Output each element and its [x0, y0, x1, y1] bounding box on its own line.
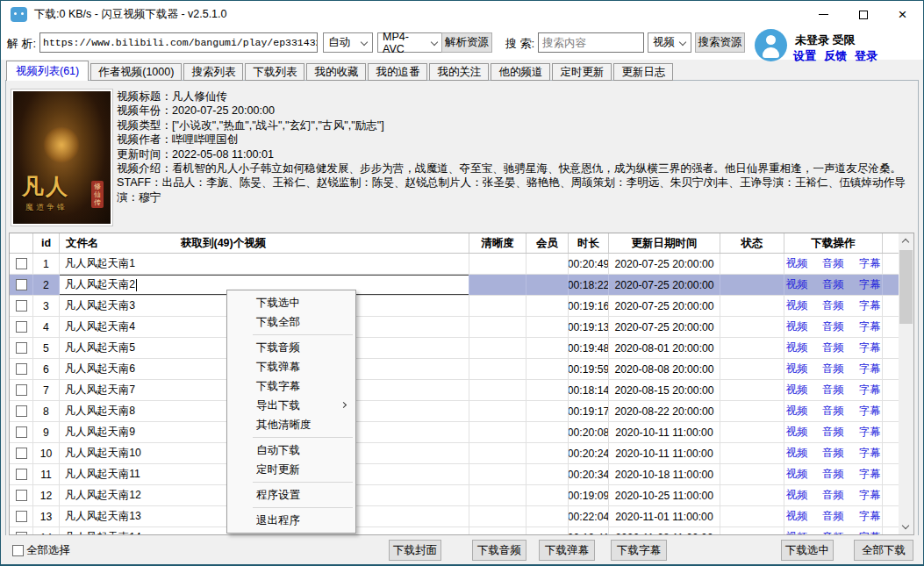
maximize-button[interactable] [843, 0, 883, 29]
download-video-link[interactable]: 视频 [786, 362, 807, 376]
download-cover-button[interactable]: 下载封面 [389, 540, 441, 561]
download-video-link[interactable]: 视频 [786, 446, 807, 461]
download-subtitle-link[interactable]: 字幕 [859, 277, 880, 292]
table-row[interactable]: 7凡人风起天南700:18:142020-08-15 20:00:00视频音频字… [10, 380, 913, 401]
login-link[interactable]: 登录 [855, 48, 877, 64]
download-subtitle-link[interactable]: 字幕 [859, 298, 880, 313]
row-checkbox[interactable] [16, 384, 27, 396]
table-row[interactable]: 5凡人风起天南500:19:482020-08-01 20:00:00视频音频字… [10, 338, 913, 359]
table-row[interactable]: 4凡人风起天南400:19:132020-07-25 20:00:00视频音频字… [10, 317, 913, 338]
tab-我的收藏[interactable]: 我的收藏 [306, 63, 366, 81]
url-input[interactable]: https://www.bilibili.com/bangumi/play/ep… [39, 32, 318, 53]
download-video-link[interactable]: 视频 [786, 467, 807, 482]
download-subtitle-link[interactable]: 字幕 [859, 256, 880, 271]
parse-button[interactable]: 解析资源 [441, 32, 492, 53]
row-checkbox[interactable] [16, 300, 27, 312]
download-subtitle-link[interactable]: 字幕 [859, 488, 880, 503]
download-audio-link[interactable]: 音频 [822, 277, 843, 292]
download-subtitle-link[interactable]: 字幕 [859, 425, 880, 440]
download-subtitle-link[interactable]: 字幕 [859, 404, 880, 419]
download-audio-link[interactable]: 音频 [822, 446, 843, 461]
tab-定时更新[interactable]: 定时更新 [552, 63, 612, 81]
download-video-link[interactable]: 视频 [786, 488, 807, 503]
download-audio-link[interactable]: 音频 [822, 488, 843, 503]
menu-item-下载全部[interactable]: 下载全部 [227, 312, 355, 332]
download-subtitle-button[interactable]: 下载字幕 [611, 540, 667, 561]
download-audio-link[interactable]: 音频 [822, 362, 843, 376]
table-row[interactable]: 8凡人风起天南800:19:172020-08-22 20:00:00视频音频字… [10, 401, 913, 422]
download-subtitle-link[interactable]: 字幕 [859, 509, 880, 524]
scroll-up-button[interactable] [899, 233, 913, 248]
menu-item-退出程序[interactable]: 退出程序 [227, 511, 355, 530]
tab-他的频道[interactable]: 他的频道 [491, 63, 550, 81]
row-checkbox[interactable] [16, 363, 27, 375]
download-selected-button[interactable]: 下载选中 [781, 540, 834, 561]
download-audio-link[interactable]: 音频 [822, 509, 843, 524]
user-avatar-icon[interactable] [755, 29, 787, 61]
table-row[interactable]: 11凡人风起天南1100:20:342020-10-18 11:00:00视频音… [10, 464, 913, 485]
download-video-link[interactable]: 视频 [786, 425, 807, 440]
table-row[interactable]: 14凡人风起天南1400:19:412020-11-08 11:00:00视频音… [10, 527, 913, 535]
tab-更新日志[interactable]: 更新日志 [613, 63, 673, 81]
feedback-link[interactable]: 反馈 [824, 48, 847, 64]
download-video-link[interactable]: 视频 [786, 383, 807, 398]
download-video-link[interactable]: 视频 [786, 298, 807, 313]
menu-item-定时更新[interactable]: 定时更新 [227, 460, 355, 479]
download-video-link[interactable]: 视频 [786, 509, 807, 524]
scroll-down-button[interactable] [899, 519, 913, 534]
download-danmaku-button[interactable]: 下载弹幕 [539, 540, 595, 561]
table-row[interactable]: 6凡人风起天南600:19:592020-08-08 20:00:00视频音频字… [10, 359, 913, 380]
select-all[interactable]: 全部选择 [12, 543, 70, 558]
download-audio-link[interactable]: 音频 [822, 425, 843, 440]
scrollbar-thumb[interactable] [899, 250, 913, 324]
menu-item-程序设置[interactable]: 程序设置 [227, 485, 355, 505]
download-audio-link[interactable]: 音频 [822, 319, 843, 334]
row-checkbox[interactable] [16, 342, 27, 354]
select-all-checkbox[interactable] [12, 545, 24, 556]
row-checkbox[interactable] [16, 321, 27, 333]
tab-搜索列表[interactable]: 搜索列表 [183, 63, 243, 81]
format-dropdown[interactable]: MP4-AVC [377, 32, 443, 53]
minimize-button[interactable] [804, 0, 843, 29]
table-row[interactable]: 9凡人风起天南900:20:082020-10-11 11:00:00视频音频字… [10, 422, 913, 443]
row-checkbox[interactable] [16, 448, 27, 459]
download-audio-link[interactable]: 音频 [822, 256, 843, 271]
download-subtitle-link[interactable]: 字幕 [859, 446, 880, 461]
search-input[interactable] [538, 32, 644, 53]
download-video-link[interactable]: 视频 [786, 319, 807, 334]
download-audio-link[interactable]: 音频 [822, 298, 843, 313]
download-subtitle-link[interactable]: 字幕 [859, 340, 880, 355]
mode-dropdown[interactable]: 自动 [323, 32, 373, 53]
download-video-link[interactable]: 视频 [786, 340, 807, 355]
download-audio-link[interactable]: 音频 [822, 467, 843, 482]
table-row[interactable]: 12凡人风起天南1200:19:092020-10-25 11:00:00视频音… [10, 485, 913, 506]
download-subtitle-link[interactable]: 字幕 [859, 362, 880, 376]
table-row[interactable]: 10凡人风起天南1000:20:242020-10-11 11:00:00视频音… [10, 443, 913, 464]
menu-item-其他清晰度[interactable]: 其他清晰度 [227, 415, 355, 434]
table-row[interactable]: 1凡人风起天南100:20:492020-07-25 20:00:00视频音频字… [10, 254, 913, 275]
menu-item-下载选中[interactable]: 下载选中 [227, 293, 355, 312]
settings-link[interactable]: 设置 [793, 48, 816, 64]
download-audio-link[interactable]: 音频 [822, 404, 843, 419]
tab-作者视频(1000)[interactable]: 作者视频(1000) [90, 63, 182, 81]
menu-item-下载音频[interactable]: 下载音频 [227, 338, 355, 357]
download-subtitle-link[interactable]: 字幕 [859, 383, 880, 398]
menu-item-导出下载[interactable]: 导出下载 [227, 396, 355, 415]
row-checkbox[interactable] [16, 469, 27, 480]
search-type-dropdown[interactable]: 视频 [648, 32, 691, 53]
download-subtitle-link[interactable]: 字幕 [859, 467, 880, 482]
table-row[interactable]: 13凡人风起天南1300:22:042020-11-01 11:00:00视频音… [10, 506, 913, 527]
vertical-scrollbar[interactable] [899, 233, 913, 534]
download-audio-link[interactable]: 音频 [822, 340, 843, 355]
close-button[interactable]: × [883, 0, 922, 29]
menu-item-下载字幕[interactable]: 下载字幕 [227, 376, 355, 396]
search-button[interactable]: 搜索资源 [695, 32, 745, 53]
row-checkbox[interactable] [16, 490, 27, 501]
download-video-link[interactable]: 视频 [786, 256, 807, 271]
row-checkbox[interactable] [16, 279, 27, 290]
menu-item-下载弹幕[interactable]: 下载弹幕 [227, 357, 355, 376]
download-all-button[interactable]: 全部下载 [854, 540, 913, 561]
menu-item-自动下载[interactable]: 自动下载 [227, 441, 355, 460]
tab-视频列表(61)[interactable]: 视频列表(61) [6, 61, 89, 81]
tab-我的关注[interactable]: 我的关注 [429, 63, 489, 81]
